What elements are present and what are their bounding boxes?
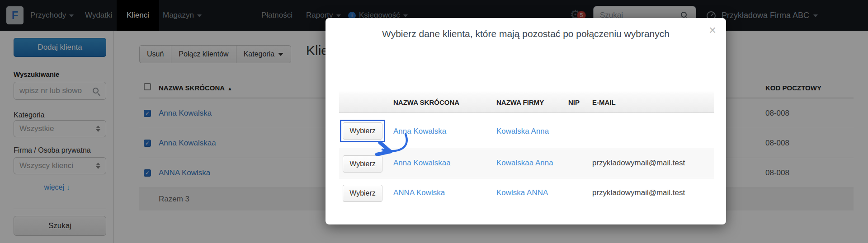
- client-short-name-link[interactable]: Anna Kowalskaa: [393, 159, 451, 168]
- client-short-name-link[interactable]: Anna Kowalska: [393, 127, 446, 136]
- client-email: przykladowymail@mail.test: [592, 159, 685, 168]
- client-email: przykladowymail@mail.test: [592, 188, 685, 197]
- modal-title: Wybierz dane klienta, które mają pozosta…: [377, 27, 675, 41]
- close-icon[interactable]: ×: [709, 24, 716, 37]
- modal-table-header: NAZWA SKRÓCONA NAZWA FIRMY NIP E-MAIL: [339, 92, 714, 113]
- merge-clients-modal: × Wybierz dane klienta, które mają pozos…: [326, 18, 726, 224]
- modal-row-highlighted: Wybierz Anna Kowalska Kowalska Anna: [339, 113, 714, 149]
- column-short-name: NAZWA SKRÓCONA: [393, 98, 459, 106]
- column-email: E-MAIL: [592, 98, 616, 106]
- client-company-link[interactable]: Kowalska Anna: [496, 127, 549, 136]
- highlight-frame: Wybierz: [340, 120, 385, 142]
- modal-row: Wybierz ANNA Kowlska Kowlska ANNA przykl…: [339, 178, 714, 209]
- modal-row: Wybierz Anna Kowalskaa Kowalskaa Anna pr…: [339, 149, 714, 178]
- client-short-name-link[interactable]: ANNA Kowlska: [393, 188, 445, 197]
- client-company-link[interactable]: Kowalskaa Anna: [496, 159, 553, 168]
- select-client-button[interactable]: Wybierz: [343, 185, 382, 202]
- modal-table: NAZWA SKRÓCONA NAZWA FIRMY NIP E-MAIL Wy…: [339, 92, 714, 209]
- column-company-name: NAZWA FIRMY: [496, 98, 544, 106]
- select-client-button[interactable]: Wybierz: [343, 155, 382, 173]
- select-client-button[interactable]: Wybierz: [343, 122, 382, 140]
- column-nip: NIP: [568, 98, 580, 106]
- client-company-link[interactable]: Kowlska ANNA: [496, 188, 548, 197]
